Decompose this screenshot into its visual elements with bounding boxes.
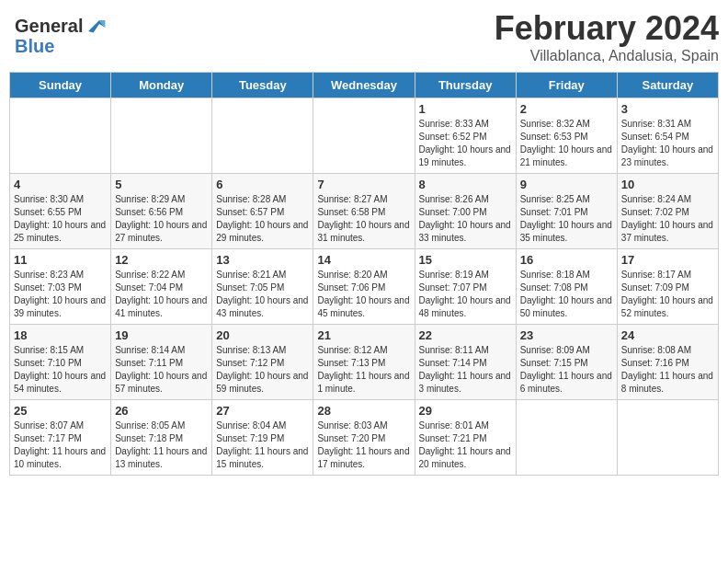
calendar-cell: 11Sunrise: 8:23 AM Sunset: 7:03 PM Dayli… — [10, 249, 111, 325]
day-info: Sunrise: 8:17 AM Sunset: 7:09 PM Dayligh… — [621, 269, 714, 320]
calendar-cell: 1Sunrise: 8:33 AM Sunset: 6:52 PM Daylig… — [415, 98, 516, 174]
logo-blue: Blue — [15, 36, 54, 56]
week-row-3: 11Sunrise: 8:23 AM Sunset: 7:03 PM Dayli… — [10, 249, 719, 325]
day-info: Sunrise: 8:20 AM Sunset: 7:06 PM Dayligh… — [317, 269, 410, 320]
day-number: 18 — [14, 328, 107, 342]
day-info: Sunrise: 8:09 AM Sunset: 7:15 PM Dayligh… — [520, 344, 613, 396]
calendar-title: February 2024 — [495, 9, 719, 48]
day-info: Sunrise: 8:13 AM Sunset: 7:12 PM Dayligh… — [216, 344, 309, 396]
calendar-cell: 17Sunrise: 8:17 AM Sunset: 7:09 PM Dayli… — [617, 249, 718, 325]
calendar-cell — [617, 400, 718, 476]
day-number: 1 — [419, 102, 512, 116]
calendar-cell: 14Sunrise: 8:20 AM Sunset: 7:06 PM Dayli… — [313, 249, 415, 325]
header-wednesday: Wednesday — [313, 73, 415, 98]
calendar-cell: 26Sunrise: 8:05 AM Sunset: 7:18 PM Dayli… — [111, 400, 212, 476]
day-number: 4 — [14, 178, 107, 191]
day-info: Sunrise: 8:26 AM Sunset: 7:00 PM Dayligh… — [419, 193, 512, 245]
day-number: 12 — [115, 253, 208, 267]
day-number: 14 — [317, 253, 410, 267]
day-number: 25 — [14, 404, 107, 418]
calendar-cell: 19Sunrise: 8:14 AM Sunset: 7:11 PM Dayli… — [111, 325, 212, 400]
week-row-2: 4Sunrise: 8:30 AM Sunset: 6:55 PM Daylig… — [10, 174, 719, 249]
day-number: 27 — [216, 404, 309, 418]
header-sunday: Sunday — [10, 73, 111, 98]
calendar-cell — [212, 98, 313, 174]
calendar-cell: 25Sunrise: 8:07 AM Sunset: 7:17 PM Dayli… — [10, 400, 111, 476]
title-section: February 2024 Villablanca, Andalusia, Sp… — [495, 9, 719, 64]
day-number: 6 — [216, 178, 309, 191]
day-info: Sunrise: 8:07 AM Sunset: 7:17 PM Dayligh… — [14, 419, 107, 471]
calendar-cell: 23Sunrise: 8:09 AM Sunset: 7:15 PM Dayli… — [516, 325, 617, 400]
week-row-1: 1Sunrise: 8:33 AM Sunset: 6:52 PM Daylig… — [10, 98, 719, 174]
calendar-cell: 18Sunrise: 8:15 AM Sunset: 7:10 PM Dayli… — [10, 325, 111, 400]
day-info: Sunrise: 8:01 AM Sunset: 7:21 PM Dayligh… — [419, 419, 512, 471]
day-number: 19 — [115, 328, 208, 342]
day-info: Sunrise: 8:04 AM Sunset: 7:19 PM Dayligh… — [216, 419, 309, 471]
day-number: 17 — [621, 253, 714, 267]
calendar-table: Sunday Monday Tuesday Wednesday Thursday… — [9, 72, 719, 476]
day-info: Sunrise: 8:15 AM Sunset: 7:10 PM Dayligh… — [14, 344, 107, 396]
day-info: Sunrise: 8:03 AM Sunset: 7:20 PM Dayligh… — [317, 419, 410, 471]
week-row-4: 18Sunrise: 8:15 AM Sunset: 7:10 PM Dayli… — [10, 325, 719, 400]
day-info: Sunrise: 8:08 AM Sunset: 7:16 PM Dayligh… — [621, 344, 714, 396]
day-number: 10 — [621, 178, 714, 191]
calendar-cell: 2Sunrise: 8:32 AM Sunset: 6:53 PM Daylig… — [516, 98, 617, 174]
days-header-row: Sunday Monday Tuesday Wednesday Thursday… — [10, 73, 719, 98]
calendar-cell: 6Sunrise: 8:28 AM Sunset: 6:57 PM Daylig… — [212, 174, 313, 249]
week-row-5: 25Sunrise: 8:07 AM Sunset: 7:17 PM Dayli… — [10, 400, 719, 476]
calendar-cell: 27Sunrise: 8:04 AM Sunset: 7:19 PM Dayli… — [212, 400, 313, 476]
day-info: Sunrise: 8:22 AM Sunset: 7:04 PM Dayligh… — [115, 269, 208, 320]
header-monday: Monday — [111, 73, 212, 98]
day-info: Sunrise: 8:31 AM Sunset: 6:54 PM Dayligh… — [621, 118, 714, 169]
day-number: 24 — [621, 328, 714, 342]
day-info: Sunrise: 8:11 AM Sunset: 7:14 PM Dayligh… — [419, 344, 512, 396]
day-number: 3 — [621, 102, 714, 116]
day-info: Sunrise: 8:32 AM Sunset: 6:53 PM Dayligh… — [520, 118, 613, 169]
calendar-cell: 9Sunrise: 8:25 AM Sunset: 7:01 PM Daylig… — [516, 174, 617, 249]
header-tuesday: Tuesday — [212, 73, 313, 98]
day-info: Sunrise: 8:14 AM Sunset: 7:11 PM Dayligh… — [115, 344, 208, 396]
calendar-cell: 22Sunrise: 8:11 AM Sunset: 7:14 PM Dayli… — [415, 325, 516, 400]
day-number: 15 — [419, 253, 512, 267]
day-number: 29 — [419, 404, 512, 418]
header: General Blue February 2024 Villablanca, … — [9, 9, 719, 64]
calendar-cell — [516, 400, 617, 476]
day-info: Sunrise: 8:30 AM Sunset: 6:55 PM Dayligh… — [14, 193, 107, 245]
day-info: Sunrise: 8:23 AM Sunset: 7:03 PM Dayligh… — [14, 269, 107, 320]
calendar-cell — [313, 98, 415, 174]
day-info: Sunrise: 8:27 AM Sunset: 6:58 PM Dayligh… — [317, 193, 410, 245]
day-info: Sunrise: 8:28 AM Sunset: 6:57 PM Dayligh… — [216, 193, 309, 245]
day-info: Sunrise: 8:19 AM Sunset: 7:07 PM Dayligh… — [419, 269, 512, 320]
calendar-cell: 13Sunrise: 8:21 AM Sunset: 7:05 PM Dayli… — [212, 249, 313, 325]
day-number: 21 — [317, 328, 410, 342]
day-number: 28 — [317, 404, 410, 418]
calendar-cell: 12Sunrise: 8:22 AM Sunset: 7:04 PM Dayli… — [111, 249, 212, 325]
header-friday: Friday — [516, 73, 617, 98]
day-number: 26 — [115, 404, 208, 418]
calendar-cell: 28Sunrise: 8:03 AM Sunset: 7:20 PM Dayli… — [313, 400, 415, 476]
logo-general: General — [15, 17, 83, 35]
calendar-cell: 15Sunrise: 8:19 AM Sunset: 7:07 PM Dayli… — [415, 249, 516, 325]
day-number: 23 — [520, 328, 613, 342]
calendar-cell: 10Sunrise: 8:24 AM Sunset: 7:02 PM Dayli… — [617, 174, 718, 249]
day-info: Sunrise: 8:33 AM Sunset: 6:52 PM Dayligh… — [419, 118, 512, 169]
calendar-subtitle: Villablanca, Andalusia, Spain — [495, 48, 719, 64]
day-number: 20 — [216, 328, 309, 342]
day-info: Sunrise: 8:29 AM Sunset: 6:56 PM Dayligh… — [115, 193, 208, 245]
day-info: Sunrise: 8:05 AM Sunset: 7:18 PM Dayligh… — [115, 419, 208, 471]
calendar-cell: 29Sunrise: 8:01 AM Sunset: 7:21 PM Dayli… — [415, 400, 516, 476]
calendar-cell: 8Sunrise: 8:26 AM Sunset: 7:00 PM Daylig… — [415, 174, 516, 249]
calendar-cell — [10, 98, 111, 174]
calendar-cell — [111, 98, 212, 174]
day-number: 5 — [115, 178, 208, 191]
day-number: 7 — [317, 178, 410, 191]
calendar-cell: 4Sunrise: 8:30 AM Sunset: 6:55 PM Daylig… — [10, 174, 111, 249]
header-thursday: Thursday — [415, 73, 516, 98]
day-number: 8 — [419, 178, 512, 191]
day-number: 9 — [520, 178, 613, 191]
day-number: 2 — [520, 102, 613, 116]
calendar-cell: 3Sunrise: 8:31 AM Sunset: 6:54 PM Daylig… — [617, 98, 718, 174]
logo-icon — [85, 15, 107, 37]
day-info: Sunrise: 8:18 AM Sunset: 7:08 PM Dayligh… — [520, 269, 613, 320]
calendar-cell: 7Sunrise: 8:27 AM Sunset: 6:58 PM Daylig… — [313, 174, 415, 249]
